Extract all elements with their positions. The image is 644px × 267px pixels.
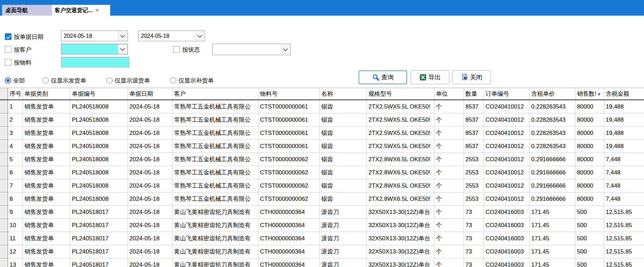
table-cell[interactable]: 销售发货单 <box>23 179 70 192</box>
radio-delivery-only[interactable] <box>43 77 49 84</box>
column-header[interactable]: 订单编号 <box>484 88 529 100</box>
table-cell[interactable]: 销售发货单 <box>23 206 70 219</box>
by-material-checkbox[interactable] <box>5 59 11 66</box>
tab-customer-delivery-returns[interactable]: 客户交退货记... × <box>52 5 110 16</box>
column-header[interactable]: 数量 <box>464 88 484 100</box>
table-cell[interactable]: 常熟琴工五金机械工具有限公 <box>172 166 258 179</box>
table-cell[interactable]: 80000 <box>575 127 604 140</box>
table-cell[interactable]: 2TX2.8WX6.5L OKE50! <box>367 153 434 166</box>
table-cell[interactable]: 销售发货单 <box>23 245 70 258</box>
table-cell[interactable]: 销售发货单 <box>23 153 70 166</box>
table-cell[interactable]: 滚齿刀 <box>319 245 367 258</box>
table-cell[interactable]: 500 <box>575 219 604 232</box>
table-cell[interactable]: 80000 <box>575 166 604 179</box>
table-cell[interactable]: 80000 <box>575 100 604 113</box>
row-selector-stub[interactable] <box>0 127 8 140</box>
table-cell[interactable]: 黄山飞黄精密齿轮刀具制造有 <box>172 219 258 232</box>
table-cell[interactable]: PL240518017 <box>70 219 127 232</box>
table-cell[interactable]: 7,448 <box>604 166 644 179</box>
table-cell[interactable]: 7 <box>8 179 23 192</box>
table-cell[interactable]: 锯齿 <box>319 179 367 192</box>
table-row[interactable]: 2销售发货单PL2405180082024-05-18常熟琴工五金机械工具有限公… <box>0 113 644 127</box>
table-cell[interactable]: CO240410012 <box>484 127 529 140</box>
table-cell[interactable]: CTH0000000364 <box>258 232 319 245</box>
table-cell[interactable]: 10 <box>8 219 23 232</box>
table-cell[interactable]: 个 <box>434 192 464 206</box>
table-cell[interactable]: 常熟琴工五金机械工具有限公 <box>172 179 258 192</box>
table-cell[interactable]: 8537 <box>464 113 484 127</box>
table-cell[interactable]: 2024-05-18 <box>127 179 172 192</box>
table-cell[interactable]: 销售发货单 <box>23 219 70 232</box>
table-cell[interactable]: 32X50X13-30(12Z)单台 <box>367 206 434 219</box>
table-cell[interactable]: 2 <box>8 113 23 127</box>
row-selector-stub[interactable] <box>0 258 8 267</box>
tab-desktop-nav[interactable]: 桌面导航 <box>2 5 54 16</box>
table-cell[interactable]: 2553 <box>464 153 484 166</box>
table-cell[interactable]: 黄山飞黄精密齿轮刀具制造有 <box>172 232 258 245</box>
table-cell[interactable]: 2553 <box>464 179 484 192</box>
column-header[interactable]: 销售数!▼ <box>575 88 604 100</box>
table-cell[interactable]: 19,488 <box>604 127 644 140</box>
table-cell[interactable]: 2024-05-18 <box>127 127 172 140</box>
table-cell[interactable]: PL240518017 <box>70 232 127 245</box>
table-cell[interactable]: 2024-05-18 <box>127 219 172 232</box>
table-cell[interactable]: 常熟琴工五金机械工具有限公 <box>172 127 258 140</box>
table-cell[interactable]: 80000 <box>575 153 604 166</box>
table-cell[interactable]: PL240518008 <box>70 100 127 113</box>
table-cell[interactable]: 500 <box>575 206 604 219</box>
table-cell[interactable]: CTST0000000061 <box>258 100 319 113</box>
table-cell[interactable]: PL240518017 <box>70 245 127 258</box>
table-cell[interactable]: 73 <box>464 245 484 258</box>
table-cell[interactable]: 销售发货单 <box>23 192 70 206</box>
table-cell[interactable]: 0.228263543 <box>529 100 575 113</box>
table-cell[interactable]: 1 <box>8 100 23 113</box>
column-header[interactable]: 含税单价 <box>529 88 575 100</box>
table-cell[interactable]: CO240410012 <box>484 140 529 153</box>
table-cell[interactable]: CTST0000000062 <box>258 192 319 206</box>
column-header[interactable]: 物料号 <box>258 88 319 100</box>
by-status-checkbox[interactable] <box>173 46 180 53</box>
table-cell[interactable]: CTH0000000364 <box>258 245 319 258</box>
table-cell[interactable]: 171.45 <box>529 245 575 258</box>
table-cell[interactable]: 6 <box>8 166 23 179</box>
date-from-combobox[interactable]: 2024-05-18 <box>61 31 128 41</box>
table-cell[interactable]: 销售发货单 <box>23 166 70 179</box>
table-cell[interactable]: 个 <box>434 219 464 232</box>
column-header[interactable]: 单据类别 <box>23 88 70 100</box>
table-cell[interactable]: 12 <box>8 245 23 258</box>
table-cell[interactable]: 销售发货单 <box>23 113 70 127</box>
table-cell[interactable]: 0.291666666 <box>529 192 575 206</box>
table-cell[interactable]: CTST0000000062 <box>258 153 319 166</box>
table-cell[interactable]: CO240410012 <box>484 153 529 166</box>
table-cell[interactable]: CTH0000000364 <box>258 206 319 219</box>
table-row[interactable]: 1销售发货单PL2405180082024-05-18常熟琴工五金机械工具有限公… <box>0 100 644 113</box>
table-cell[interactable]: 12,515.85 <box>604 245 644 258</box>
row-selector-stub[interactable] <box>0 219 8 232</box>
row-selector-stub[interactable] <box>0 232 8 245</box>
table-cell[interactable]: 2TX2.5WX5.5L OKE50! <box>367 113 434 127</box>
table-cell[interactable]: 0.228263543 <box>529 127 575 140</box>
table-cell[interactable]: 常熟琴工五金机械工具有限公 <box>172 192 258 206</box>
table-cell[interactable]: 80000 <box>575 179 604 192</box>
close-button[interactable]: 关闭 <box>452 70 491 84</box>
table-cell[interactable]: 500 <box>575 245 604 258</box>
material-input[interactable] <box>61 57 129 67</box>
table-cell[interactable]: 黄山飞黄精密齿轮刀具制造有 <box>172 245 258 258</box>
table-cell[interactable]: CO240410012 <box>484 179 529 192</box>
table-cell[interactable]: CTH0000000364 <box>258 258 319 267</box>
table-cell[interactable]: 2TX2.8WX6.5L OKE50! <box>367 192 434 206</box>
row-selector-stub[interactable] <box>0 206 8 219</box>
table-cell[interactable]: 12,515.85 <box>604 219 644 232</box>
table-cell[interactable]: 2024-05-18 <box>127 100 172 113</box>
table-cell[interactable]: 19,488 <box>604 140 644 153</box>
table-cell[interactable]: 0.291666666 <box>529 153 575 166</box>
table-cell[interactable]: PL240518008 <box>70 140 127 153</box>
table-row[interactable]: 9销售发货单PL2405180172024-05-18黄山飞黄精密齿轮刀具制造有… <box>0 206 644 219</box>
table-cell[interactable]: 锯齿 <box>319 100 367 113</box>
table-cell[interactable]: 0.291666666 <box>529 179 575 192</box>
table-cell[interactable]: 3 <box>8 127 23 140</box>
table-cell[interactable]: 32X50X13-30(12Z)单台 <box>367 245 434 258</box>
table-cell[interactable]: 常熟琴工五金机械工具有限公 <box>172 140 258 153</box>
table-cell[interactable]: 黄山飞黄精密齿轮刀具制造有 <box>172 206 258 219</box>
query-button[interactable]: 查询 <box>359 70 407 84</box>
